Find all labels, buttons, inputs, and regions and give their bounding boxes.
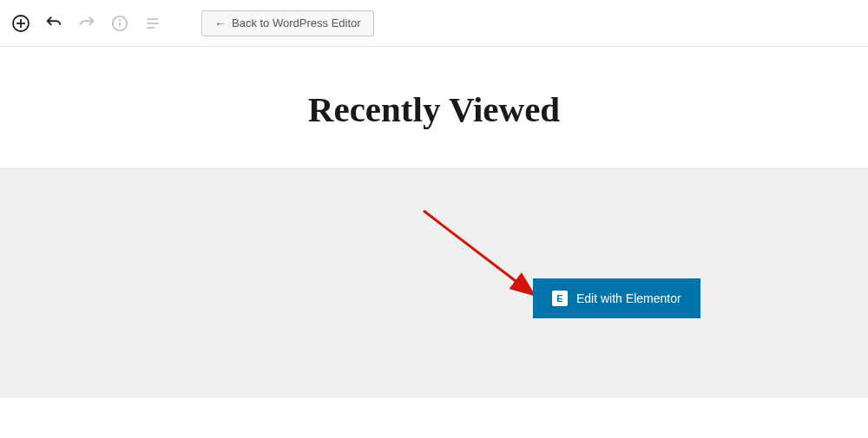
left-arrow-icon: ← bbox=[214, 16, 227, 30]
edit-with-elementor-button[interactable]: E Edit with Elementor bbox=[533, 278, 700, 318]
outline-icon[interactable] bbox=[142, 13, 163, 34]
title-area: Recently Viewed bbox=[0, 47, 868, 168]
redo-icon bbox=[76, 13, 97, 34]
editor-toolbar: ← Back to WordPress Editor bbox=[0, 0, 868, 47]
info-icon[interactable] bbox=[109, 13, 130, 34]
back-button-label: Back to WordPress Editor bbox=[232, 16, 361, 29]
svg-point-5 bbox=[120, 19, 121, 20]
back-to-wordpress-button[interactable]: ← Back to WordPress Editor bbox=[201, 10, 374, 36]
undo-icon[interactable] bbox=[43, 13, 64, 34]
page-title[interactable]: Recently Viewed bbox=[0, 88, 868, 130]
content-area: E Edit with Elementor bbox=[0, 168, 868, 398]
svg-line-10 bbox=[424, 211, 534, 295]
add-block-icon[interactable] bbox=[10, 13, 31, 34]
elementor-button-label: Edit with Elementor bbox=[576, 291, 681, 305]
elementor-icon: E bbox=[552, 291, 568, 306]
